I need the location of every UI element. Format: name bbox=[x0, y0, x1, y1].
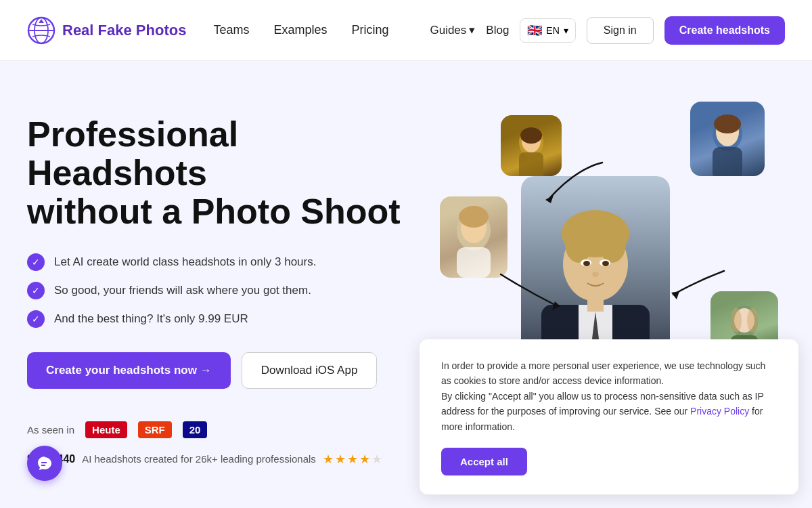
feature-text-2: So good, your friends will ask where you… bbox=[54, 284, 311, 297]
hero-title: Professional Headshots without a Photo S… bbox=[27, 115, 420, 232]
svg-point-32 bbox=[731, 308, 742, 333]
svg-point-11 bbox=[714, 114, 741, 133]
cta-secondary-button[interactable]: Download iOS App bbox=[242, 352, 378, 389]
chat-icon bbox=[37, 455, 53, 471]
hero-left: Professional Headshots without a Photo S… bbox=[27, 102, 420, 467]
create-headshots-button[interactable]: Create headshots bbox=[664, 16, 785, 45]
svg-rect-13 bbox=[457, 247, 491, 278]
privacy-policy-link[interactable]: Privacy Policy bbox=[690, 406, 749, 417]
nav-teams[interactable]: Teams bbox=[213, 23, 249, 37]
check-icon-1: ✓ bbox=[27, 253, 45, 271]
flag-icon: 🇬🇧 bbox=[527, 23, 542, 38]
nav-examples[interactable]: Examples bbox=[273, 23, 327, 37]
cta-buttons: Create your headshots now → Download iOS… bbox=[27, 352, 420, 389]
cookie-text: In order to provide a more personal user… bbox=[441, 358, 777, 434]
guides-button[interactable]: Guides ▾ bbox=[430, 23, 475, 37]
blog-link[interactable]: Blog bbox=[486, 24, 509, 37]
chat-button[interactable] bbox=[27, 446, 62, 481]
check-icon-3: ✓ bbox=[27, 310, 45, 328]
nav-right: Guides ▾ Blog 🇬🇧 EN ▾ Sign in Create hea… bbox=[430, 16, 785, 45]
as-seen-label: As seen in bbox=[27, 424, 74, 436]
media-twenty: 20 bbox=[183, 421, 208, 438]
as-seen-section: As seen in Heute SRF 20 bbox=[27, 421, 420, 438]
svg-point-22 bbox=[565, 225, 592, 263]
arrow-3 bbox=[663, 257, 731, 305]
feature-text-3: And the best thing? It's only 9.99 EUR bbox=[54, 312, 248, 326]
chevron-down-icon: ▾ bbox=[469, 23, 475, 37]
feature-item: ✓ Let AI create world class headshots in… bbox=[27, 253, 420, 271]
cta-primary-button[interactable]: Create your headshots now → bbox=[27, 352, 231, 389]
media-heute: Heute bbox=[85, 421, 127, 438]
star-2: ★ bbox=[335, 452, 346, 467]
stats-row: 9,193,440 AI headshots created for 26k+ … bbox=[27, 452, 420, 467]
photo-thumbnail-2 bbox=[690, 102, 765, 176]
logo-link[interactable]: Real Fake Photos bbox=[27, 16, 186, 45]
svg-point-26 bbox=[583, 261, 590, 266]
rating-stars: ★ ★ ★ ★ ★ bbox=[323, 452, 382, 467]
svg-point-15 bbox=[459, 206, 489, 228]
stats-text: AI headshots created for 26k+ leading pr… bbox=[82, 453, 316, 465]
star-4: ★ bbox=[359, 452, 370, 467]
svg-marker-3 bbox=[39, 19, 44, 23]
svg-point-27 bbox=[602, 261, 609, 266]
nav-links: Teams Examples Pricing bbox=[213, 23, 388, 37]
nav-pricing[interactable]: Pricing bbox=[351, 23, 388, 37]
cookie-banner: In order to provide a more personal user… bbox=[420, 339, 798, 494]
svg-marker-35 bbox=[552, 301, 560, 310]
language-selector[interactable]: 🇬🇧 EN ▾ bbox=[520, 18, 575, 43]
lang-chevron-icon: ▾ bbox=[564, 25, 568, 36]
arrow-1 bbox=[535, 156, 616, 210]
check-icon-2: ✓ bbox=[27, 282, 45, 299]
feature-item: ✓ So good, your friends will ask where y… bbox=[27, 282, 420, 299]
features-list: ✓ Let AI create world class headshots in… bbox=[27, 253, 420, 328]
svg-point-33 bbox=[747, 308, 758, 333]
feature-text-1: Let AI create world class headshots in o… bbox=[54, 255, 316, 269]
media-srf: SRF bbox=[138, 421, 172, 438]
logo-icon bbox=[27, 16, 55, 45]
svg-point-28 bbox=[592, 272, 599, 277]
star-3: ★ bbox=[347, 452, 358, 467]
navbar: Real Fake Photos Teams Examples Pricing … bbox=[0, 0, 812, 61]
svg-point-7 bbox=[520, 127, 542, 144]
arrow-2 bbox=[487, 264, 568, 318]
nav-left: Real Fake Photos Teams Examples Pricing bbox=[27, 16, 388, 45]
star-5: ★ bbox=[371, 452, 382, 467]
svg-point-23 bbox=[599, 225, 626, 263]
accept-all-button[interactable]: Accept all bbox=[441, 448, 527, 475]
svg-marker-34 bbox=[545, 195, 554, 203]
feature-item: ✓ And the best thing? It's only 9.99 EUR bbox=[27, 310, 420, 328]
star-1: ★ bbox=[323, 452, 334, 467]
signin-button[interactable]: Sign in bbox=[587, 17, 654, 44]
svg-rect-9 bbox=[713, 147, 742, 176]
svg-marker-36 bbox=[671, 291, 679, 299]
brand-name: Real Fake Photos bbox=[62, 22, 186, 39]
language-label: EN bbox=[546, 25, 559, 36]
